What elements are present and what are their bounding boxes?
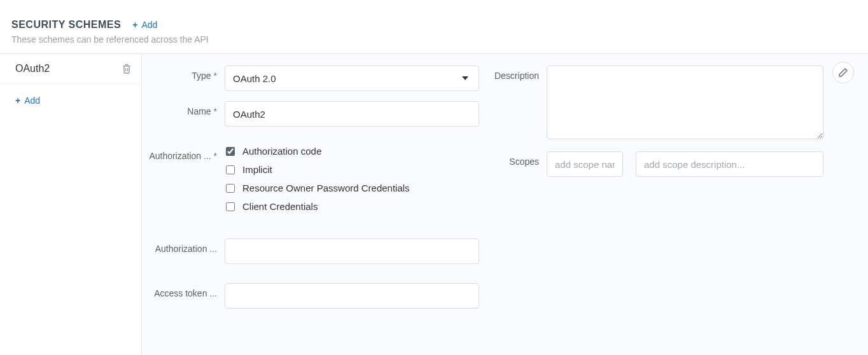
auth-url-row: Authorization ... <box>148 239 479 264</box>
type-value: OAuth 2.0 <box>233 72 276 85</box>
grant-option[interactable]: Implicit <box>226 164 479 175</box>
page-subtitle: These schemes can be referenced across t… <box>11 31 868 45</box>
scopes-row: Scopes <box>489 151 823 177</box>
type-label: Type <box>148 66 225 81</box>
page-title: SECURITY SCHEMES <box>11 19 121 31</box>
description-textarea[interactable] <box>547 66 823 139</box>
authorization-url-input[interactable] <box>225 239 479 264</box>
grant-option[interactable]: Resource Owner Password Credentials <box>226 183 479 193</box>
name-row: Name <box>148 101 479 127</box>
add-scheme-link[interactable]: + Add <box>132 20 157 30</box>
scopes-label: Scopes <box>489 151 547 167</box>
description-row: Description <box>489 66 823 141</box>
sidebar-add-link[interactable]: + Add <box>15 95 40 106</box>
grant-checkbox[interactable] <box>226 184 235 193</box>
sidebar-add-label: Add <box>24 95 40 106</box>
form-area: Type OAuth 2.0 Name Authorizat <box>142 54 868 355</box>
sidebar-add: + Add <box>0 84 141 117</box>
auth-grants-list: Authorization codeImplicitResource Owner… <box>225 146 479 219</box>
name-label: Name <box>148 101 225 116</box>
auth-grants-row: Authorization ... Authorization codeImpl… <box>148 146 479 219</box>
access-token-url-input[interactable] <box>225 283 479 309</box>
form-col-right: Description Scopes <box>489 66 823 187</box>
auth-grants-label: Authorization ... <box>148 146 225 161</box>
chevron-down-icon <box>462 76 468 80</box>
scope-description-input[interactable] <box>636 151 823 177</box>
type-select[interactable]: OAuth 2.0 <box>225 66 479 91</box>
edit-button[interactable] <box>832 62 854 83</box>
grant-label: Implicit <box>242 164 272 175</box>
access-token-row: Access token ... <box>148 283 479 309</box>
trash-icon[interactable] <box>122 64 131 74</box>
page-header: SECURITY SCHEMES + Add These schemes can… <box>0 0 868 54</box>
page-body: OAuth2 + Add <box>0 54 868 355</box>
plus-icon: + <box>132 20 137 29</box>
sidebar-item-label: OAuth2 <box>15 63 50 74</box>
scope-name-input[interactable] <box>547 151 623 177</box>
grant-checkbox[interactable] <box>226 202 235 211</box>
grant-label: Authorization code <box>242 146 321 157</box>
grant-checkbox[interactable] <box>226 165 235 174</box>
grant-option[interactable]: Client Credentials <box>226 201 479 212</box>
grant-label: Client Credentials <box>242 201 318 212</box>
grant-checkbox[interactable] <box>226 147 235 156</box>
security-schemes-page: SECURITY SCHEMES + Add These schemes can… <box>0 0 868 355</box>
sidebar: OAuth2 + Add <box>0 54 142 355</box>
plus-icon: + <box>15 96 20 105</box>
form-col-left: Type OAuth 2.0 Name Authorizat <box>148 66 479 319</box>
auth-url-label: Authorization ... <box>148 239 225 254</box>
type-row: Type OAuth 2.0 <box>148 66 479 91</box>
grant-label: Resource Owner Password Credentials <box>242 183 410 193</box>
name-input[interactable] <box>225 101 479 127</box>
access-token-label: Access token ... <box>148 283 225 298</box>
grant-option[interactable]: Authorization code <box>226 146 479 157</box>
sidebar-item-oauth2[interactable]: OAuth2 <box>0 54 141 84</box>
pencil-icon <box>838 67 848 78</box>
add-scheme-label: Add <box>141 20 157 30</box>
description-label: Description <box>489 66 547 81</box>
header-top: SECURITY SCHEMES + Add <box>11 19 868 31</box>
